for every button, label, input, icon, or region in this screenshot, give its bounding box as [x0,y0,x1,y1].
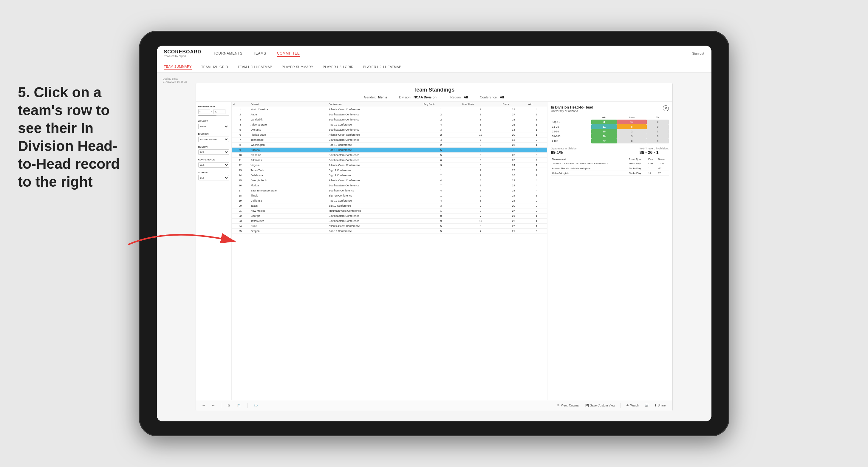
table-row[interactable]: 2 Auburn Southeastern Conference 2 1 27 … [232,112,547,117]
team-conf-rank: 6 [460,127,501,132]
team-school: Arkansas [249,158,327,163]
team-table-area: # School Conference Reg Rank Conf Rank R… [232,102,547,400]
gender-filter-select[interactable]: Men's [198,124,229,129]
team-conference: Southeastern Conference [327,153,422,158]
team-conf-rank: 7 [460,214,501,219]
subnav-team-h2h-heatmap[interactable]: TEAM H2H HEATMAP [238,64,272,70]
h2h-col-range [551,115,592,120]
team-rank: 10 [232,153,249,158]
team-conference: Atlantic Coast Conference [327,107,422,112]
table-row[interactable]: 18 Illinois Big Ten Conference 1 9 24 3 [232,193,547,198]
table-row[interactable]: 24 Duke Atlantic Coast Conference 5 9 27… [232,224,547,229]
share-button[interactable]: ⬆ Share [652,403,668,408]
team-rnds: 21 [501,214,526,219]
table-row[interactable]: 8 Washington Pac-12 Conference 2 8 23 1 [232,143,547,148]
clock-button[interactable]: 🕐 [252,403,259,408]
redo-button[interactable]: ↪ [210,403,216,408]
team-wins: 2 [526,204,547,209]
slider-bar[interactable] [198,115,229,116]
save-custom-button[interactable]: 💾 Save Custom View [584,403,617,408]
tournament-name: Arizona Thunderbirds Intercollegiate [551,166,628,171]
team-wins: 0 [526,229,547,234]
division-filter-select[interactable]: NCAA Division I [198,136,229,142]
view-original-button[interactable]: 👁 View: Original [555,403,581,408]
region-filter-select[interactable]: N/A [198,149,229,155]
table-row[interactable]: 22 Georgia Southeastern Conference 8 7 2… [232,214,547,219]
opponents-right: W-L-T record in-division: 86 - 26 - 1 [640,147,669,155]
table-row[interactable]: 15 Georgia Tech Atlantic Coast Conferenc… [232,178,547,183]
table-row[interactable]: 4 Arizona State Pac-12 Conference 4 5 26… [232,122,547,127]
subnav-team-summary[interactable]: TEAM SUMMARY [164,64,192,70]
h2h-team-name: University of Arizona [551,110,593,113]
subnav-player-h2h-grid[interactable]: PLAYER H2H GRID [323,64,354,70]
table-row[interactable]: 25 Oregon Pac-12 Conference 5 7 21 0 [232,229,547,234]
table-row[interactable]: 12 Virginia Atlantic Coast Conference 3 … [232,163,547,168]
watch-button[interactable]: 👁 Watch [624,403,641,408]
team-wins: 4 [526,107,547,112]
filter-group-region: Region N/A [198,146,229,155]
table-row[interactable]: 14 Oklahoma Big 12 Conference 2 9 26 2 [232,173,547,178]
table-row[interactable]: 20 Texas Big 12 Conference 3 7 20 2 [232,204,547,209]
watch-icon: 👁 [626,404,629,407]
team-wins: 1 [526,143,547,148]
table-scroll[interactable]: # School Conference Reg Rank Conf Rank R… [232,102,547,400]
table-row[interactable]: 23 Texas A&M Southeastern Conference 9 1… [232,219,547,224]
table-row[interactable]: 9 Arizona Pac-12 Conference 5 8 0 3 [232,148,547,153]
team-rnds: 23 [501,107,526,112]
opponents-left: Opponents in division: 99.1% [551,147,578,155]
table-row[interactable]: 16 Florida Southeastern Conference 7 9 2… [232,183,547,188]
team-rank: 23 [232,219,249,224]
paste-button[interactable]: 📋 [235,403,242,408]
team-rank: 16 [232,183,249,188]
table-row[interactable]: 5 Ole Miss Southeastern Conference 3 6 1… [232,127,547,132]
table-row[interactable]: 13 Texas Tech Big 12 Conference 1 9 27 2 [232,168,547,173]
team-rnds: 24 [501,198,526,204]
tournament-table-body: Jackson T. Stephens Cup Men's Match-Play… [551,161,669,176]
comment-button[interactable]: 💬 [643,403,650,408]
table-row[interactable]: 7 Tennessee Southeastern Conference 4 6 … [232,137,547,143]
team-reg-rank: 9 [422,219,460,224]
opponents-pct: 99.1% [551,150,578,155]
table-row[interactable]: 6 Florida State Atlantic Coast Conferenc… [232,132,547,137]
copy-button[interactable]: ⧉ [226,403,232,408]
school-filter-select[interactable]: (All) [198,175,229,180]
sign-out-button[interactable]: Sign out [687,52,704,55]
conference-filter-select[interactable]: (All) [198,162,229,167]
slider-fill [198,115,217,116]
subnav-player-summary[interactable]: PLAYER SUMMARY [282,64,313,70]
h2h-title-area: In Division Head-to-Head University of A… [551,105,593,113]
team-wins: 1 [526,224,547,229]
team-wins: 2 [526,198,547,204]
team-school: Georgia Tech [249,178,327,183]
tournament-pos: 1 [647,166,657,171]
h2h-close-button[interactable]: ✕ [663,105,669,111]
team-reg-rank: 5 [422,229,460,234]
team-conf-rank: 9 [460,209,501,214]
nav-tournaments[interactable]: TOURNAMENTS [213,50,242,57]
tournament-row: Arizona Thunderbirds Intercollegiate Str… [551,166,669,171]
table-row[interactable]: 10 Alabama Southeastern Conference 5 8 2… [232,153,547,158]
undo-button[interactable]: ↩ [201,403,207,408]
team-conf-rank: 1 [460,112,501,117]
table-row[interactable]: 21 New Mexico Mountain West Conference 1… [232,209,547,214]
table-row[interactable]: 3 Vanderbilt Southeastern Conference 2 8… [232,117,547,122]
team-rnds: 23 [501,117,526,122]
table-row[interactable]: 1 North Carolina Atlantic Coast Conferen… [232,107,547,112]
nav-teams[interactable]: TEAMS [253,50,266,57]
min-rounds-to-input[interactable] [214,109,225,114]
filter-group-division: Division NCAA Division I [198,133,229,142]
team-school: Tennessee [249,137,327,143]
h2h-header-row: Win Loss Tie [551,115,669,120]
bottom-toolbar: ↩ ↪ ⧉ 📋 🕐 👁 View: Original 💾 [196,400,672,411]
subnav-player-h2h-heatmap[interactable]: PLAYER H2H HEATMAP [363,64,401,70]
nav-committee[interactable]: COMMITTEE [277,50,300,57]
subnav-team-h2h-grid[interactable]: TEAM H2H GRID [201,64,228,70]
table-row[interactable]: 19 California Pac-12 Conference 4 8 24 2 [232,198,547,204]
table-row[interactable]: 17 East Tennessee State Southern Confere… [232,188,547,193]
table-row[interactable]: 11 Arkansas Southeastern Conference 6 8 … [232,158,547,163]
team-school: Georgia [249,214,327,219]
col-school: School [249,102,327,107]
team-rnds: 18 [501,127,526,132]
conference-value: All [500,95,504,99]
min-rounds-from-input[interactable] [198,109,210,114]
